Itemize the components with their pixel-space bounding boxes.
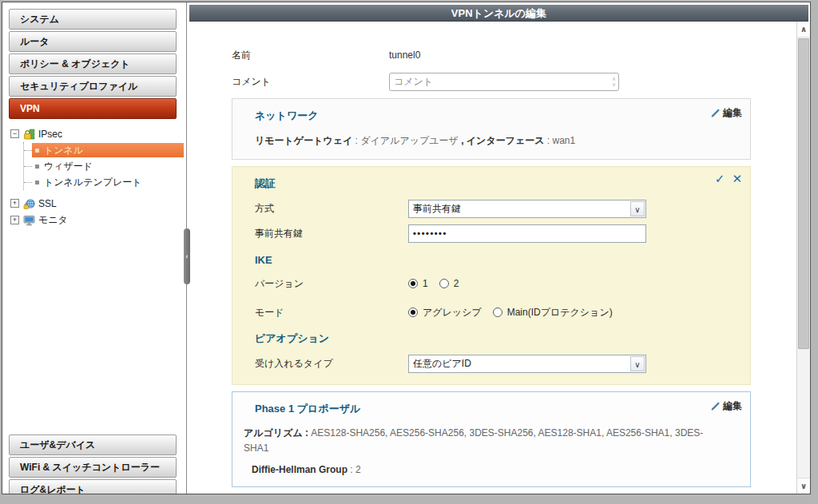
mode-aggressive-label: アグレッシブ xyxy=(423,306,482,319)
auth-section-title: 認証 xyxy=(232,167,750,191)
network-section: 編集 ネットワーク リモートゲートウェイ : ダイアルアップユーザ , インター… xyxy=(232,98,751,160)
sidebar-item-log-report[interactable]: ログ&レポート xyxy=(9,479,177,494)
tree-node-label: ウィザード xyxy=(44,160,93,173)
tree-bullet-icon xyxy=(35,149,39,153)
dh-group-value: 2 xyxy=(355,464,361,475)
psk-input[interactable] xyxy=(408,224,646,243)
expander-minus-icon[interactable]: − xyxy=(10,129,19,138)
network-section-title: ネットワーク xyxy=(232,99,750,123)
algorithms-label: アルゴリズム xyxy=(244,427,303,439)
tree-node-label: モニタ xyxy=(38,213,68,227)
remote-gateway-label: リモートゲートウェイ xyxy=(255,135,352,146)
tree-connector xyxy=(24,166,32,167)
tree-bullet-icon xyxy=(35,181,39,185)
mode-aggressive-radio[interactable] xyxy=(408,308,418,317)
tree-node-label: IPsec xyxy=(38,129,62,140)
name-value: tunnel0 xyxy=(389,50,420,61)
tree-node-wizard[interactable]: ウィザード xyxy=(24,158,186,174)
scroll-up-button[interactable]: ∧ xyxy=(797,22,810,38)
name-row: 名前 tunnel0 xyxy=(232,46,796,65)
tree-bullet-icon xyxy=(35,165,39,169)
version-1-label: 1 xyxy=(423,278,428,289)
dh-group-label: Diffie-Hellman Group xyxy=(252,464,347,475)
tree-node-tunnel-template[interactable]: トンネルテンプレート xyxy=(24,174,186,190)
comment-row: コメント ∧ ∨ xyxy=(232,72,796,91)
tree-node-ssl[interactable]: + SSL xyxy=(10,195,186,212)
network-summary: リモートゲートウェイ : ダイアルアップユーザ , インターフェース : wan… xyxy=(255,134,737,148)
ipsec-lock-icon xyxy=(23,129,35,140)
select-arrow-icon[interactable]: ∨ xyxy=(630,201,645,216)
version-label: バージョン xyxy=(255,277,408,291)
accept-type-label: 受け入れるタイプ xyxy=(255,357,408,371)
expander-plus-icon[interactable]: + xyxy=(10,199,19,208)
vertical-scrollbar[interactable]: ∧ ∨ xyxy=(796,22,810,494)
expander-plus-icon[interactable]: + xyxy=(10,216,19,224)
tree-node-label: SSL xyxy=(38,198,57,209)
comment-label: コメント xyxy=(232,75,389,89)
tree-node-label: トンネル xyxy=(44,144,83,157)
auth-section: ✓ ✕ 認証 方式 事前共有鍵 ∨ 事前共有鍵 xyxy=(232,166,751,385)
cancel-icon[interactable]: ✕ xyxy=(732,173,742,185)
sidebar-collapse-handle[interactable]: ‹ xyxy=(184,228,190,284)
interface-label: インターフェース xyxy=(467,135,545,146)
edit-label: 編集 xyxy=(723,399,742,413)
phase1-section: 編集 Phase 1 プロポーザル アルゴリズム : AES128-SHA256… xyxy=(232,391,751,487)
version-2-radio[interactable] xyxy=(439,279,449,288)
method-select[interactable]: 事前共有鍵 ∨ xyxy=(408,200,646,218)
sidebar-menu-bottom: ユーザ&デバイス WiFi & スイッチコントローラー ログ&レポート xyxy=(2,435,186,494)
mode-main-radio[interactable] xyxy=(493,308,502,317)
comment-input[interactable] xyxy=(389,73,619,91)
mode-row: モード アグレッシブ Main(IDプロテクション) xyxy=(255,304,737,320)
mode-label: モード xyxy=(255,306,408,319)
phase1-algorithms: アルゴリズム : AES128-SHA256, AES256-SHA256, 3… xyxy=(244,426,723,456)
sidebar-item-vpn[interactable]: VPN xyxy=(9,98,177,119)
psk-label: 事前共有鍵 xyxy=(255,227,408,240)
tree-node-label: トンネルテンプレート xyxy=(44,176,142,189)
accept-type-row: 受け入れるタイプ 任意のピアID ∨ xyxy=(255,354,737,373)
scroll-down-button[interactable]: ∨ xyxy=(797,478,810,494)
method-row: 方式 事前共有鍵 ∨ xyxy=(255,199,737,218)
main-content: VPNトンネルの編集 名前 tunnel0 コメント ∧ ∨ xyxy=(188,2,810,494)
network-edit-button[interactable]: 編集 xyxy=(710,106,742,120)
remote-gateway-value: ダイアルアップユーザ xyxy=(360,135,459,146)
sidebar-item-router[interactable]: ルータ xyxy=(9,31,177,52)
sidebar-item-wifi-switch[interactable]: WiFi & スイッチコントローラー xyxy=(9,457,177,478)
edit-form: 名前 tunnel0 コメント ∧ ∨ xyxy=(188,22,796,494)
phase1-section-title: Phase 1 プロポーザル xyxy=(232,392,750,416)
scrollbar-thumb[interactable] xyxy=(798,38,809,349)
pencil-icon xyxy=(710,108,721,118)
monitor-icon xyxy=(23,215,35,226)
comment-spinner[interactable]: ∧ ∨ xyxy=(612,76,616,87)
mode-main-label: Main(IDプロテクション) xyxy=(507,306,613,319)
tree-connector xyxy=(24,150,32,151)
tree-node-monitor[interactable]: + モニタ xyxy=(10,212,186,228)
tree-node-ipsec[interactable]: − IPsec xyxy=(10,125,186,142)
version-2-label: 2 xyxy=(454,278,459,289)
version-row: バージョン 1 2 xyxy=(255,276,737,292)
version-1-radio[interactable] xyxy=(408,279,418,288)
sidebar-item-security-profiles[interactable]: セキュリティプロファイル xyxy=(9,76,177,97)
sidebar-item-system[interactable]: システム xyxy=(9,9,177,30)
ike-title: IKE xyxy=(255,254,737,266)
edit-label: 編集 xyxy=(723,106,742,120)
phase1-dh-group: Diffie-Hellman Group : 2 xyxy=(252,464,737,475)
name-label: 名前 xyxy=(232,49,389,62)
phase1-edit-button[interactable]: 編集 xyxy=(710,399,742,413)
sidebar-menu-top: システム ルータ ポリシー & オブジェクト セキュリティプロファイル VPN xyxy=(2,2,186,119)
sidebar-item-policy-objects[interactable]: ポリシー & オブジェクト xyxy=(9,54,177,74)
ipsec-children: トンネル ウィザード トンネルテンプレート xyxy=(23,142,186,190)
vpn-tree: − IPsec トンネル xyxy=(10,125,186,228)
tree-node-tunnel[interactable]: トンネル xyxy=(24,142,186,158)
confirm-icon[interactable]: ✓ xyxy=(715,173,725,185)
psk-row: 事前共有鍵 xyxy=(255,224,737,243)
interface-value: wan1 xyxy=(553,135,576,146)
spinner-down-icon[interactable]: ∨ xyxy=(612,81,616,87)
tree-connector xyxy=(24,182,32,183)
pencil-icon xyxy=(710,401,721,411)
sidebar-item-user-device[interactable]: ユーザ&デバイス xyxy=(9,435,177,455)
spinner-up-icon[interactable]: ∧ xyxy=(612,76,616,81)
collapse-chevron-icon: ‹ xyxy=(186,252,189,260)
method-selected-value: 事前共有鍵 xyxy=(413,203,461,214)
select-arrow-icon[interactable]: ∨ xyxy=(630,356,645,371)
accept-type-select[interactable]: 任意のピアID ∨ xyxy=(408,355,646,373)
